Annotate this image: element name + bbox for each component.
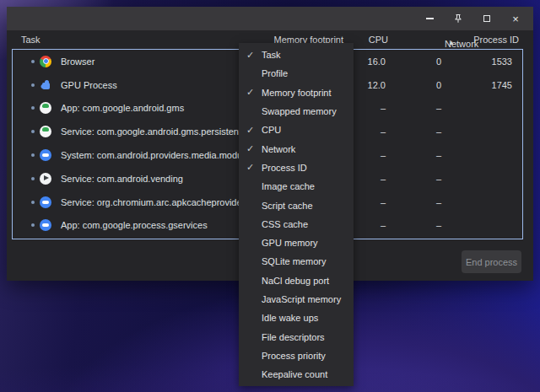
- menu-item-label: Process ID: [262, 163, 307, 173]
- task-label: GPU Process: [61, 80, 117, 90]
- task-label: Service: com.google.android.gms.persiste…: [61, 126, 241, 137]
- task-icon: [40, 173, 51, 185]
- menu-item-label: JavaScript memory: [262, 294, 341, 304]
- menu-item[interactable]: ✓ Task: [239, 46, 354, 64]
- menu-item-label: Profile: [262, 68, 288, 78]
- task-label: Browser: [61, 56, 94, 67]
- network-value: –: [436, 220, 441, 230]
- sort-ascending-icon: ▲: [448, 39, 455, 46]
- menu-item[interactable]: ✓ File descriptors: [239, 327, 354, 346]
- bullet-dot-icon: [31, 106, 35, 110]
- menu-item-label: NaCl debug port: [262, 276, 329, 286]
- menu-item[interactable]: ✓ Image cache: [239, 177, 354, 196]
- task-label: App: com.google.process.gservices: [61, 220, 208, 230]
- task-icon: [40, 219, 51, 231]
- bullet-dot-icon: [31, 223, 35, 227]
- window-titlebar: ×: [7, 7, 533, 30]
- menu-item-label: Idle wake ups: [262, 313, 318, 323]
- menu-item-label: Network: [262, 144, 295, 154]
- cpu-value: 12.0: [368, 80, 386, 90]
- minimize-button[interactable]: [424, 13, 435, 24]
- end-process-button[interactable]: End process: [462, 250, 521, 273]
- menu-item[interactable]: ✓ Process ID: [239, 158, 354, 177]
- bullet-dot-icon: [31, 60, 35, 63]
- minimize-icon: [426, 18, 434, 19]
- cpu-value: –: [381, 126, 386, 137]
- cpu-value: –: [381, 103, 386, 113]
- task-icon: [40, 79, 51, 91]
- menu-item-label: Memory footprint: [262, 88, 332, 98]
- column-header-pid[interactable]: Process ID: [473, 35, 519, 45]
- close-icon: ×: [512, 13, 519, 24]
- pid-value: 1533: [492, 56, 512, 67]
- network-value: 0: [436, 80, 441, 90]
- menu-item-label: Keepalive count: [262, 369, 327, 379]
- menu-item[interactable]: ✓ Idle wake ups: [239, 309, 354, 327]
- menu-item[interactable]: ✓ JavaScript memory: [239, 290, 354, 309]
- menu-item[interactable]: ✓ GPU memory: [239, 234, 354, 252]
- task-label: System: com.android.providers.media.modu…: [61, 150, 250, 160]
- bullet-dot-icon: [31, 153, 35, 157]
- cpu-value: –: [381, 197, 386, 207]
- column-context-menu: ✓ Task ✓ Profile ✓ Memory footprint ✓ Sw…: [239, 43, 354, 386]
- checkmark-icon: ✓: [246, 143, 258, 154]
- task-icon: [40, 56, 51, 67]
- task-label: Service: com.android.vending: [61, 174, 183, 184]
- menu-item[interactable]: ✓ Script cache: [239, 196, 354, 214]
- checkmark-icon: ✓: [246, 162, 258, 173]
- menu-item[interactable]: ✓ Profile: [239, 64, 354, 83]
- menu-item[interactable]: ✓ CSS cache: [239, 215, 354, 234]
- bullet-dot-icon: [31, 201, 35, 204]
- bullet-dot-icon: [31, 177, 35, 180]
- network-value: –: [436, 197, 441, 207]
- checkmark-icon: ✓: [246, 87, 258, 98]
- cpu-value: 16.0: [368, 56, 386, 67]
- menu-item-label: CSS cache: [262, 219, 308, 229]
- menu-item[interactable]: ✓ Swapped memory: [239, 102, 354, 121]
- menu-item-label: Task: [262, 50, 281, 60]
- network-value: 0: [436, 56, 441, 67]
- menu-item[interactable]: ✓ Keepalive count: [239, 365, 354, 384]
- pin-button[interactable]: [452, 13, 464, 24]
- menu-item-label: SQLite memory: [262, 256, 326, 266]
- close-button[interactable]: ×: [510, 13, 521, 24]
- maximize-button[interactable]: [481, 13, 493, 24]
- bullet-dot-icon: [31, 130, 35, 133]
- task-icon: [40, 102, 51, 114]
- cpu-value: –: [381, 220, 386, 230]
- checkmark-icon: ✓: [246, 125, 258, 136]
- menu-item-label: Image cache: [262, 181, 315, 191]
- network-value: –: [436, 126, 441, 137]
- bullet-dot-icon: [31, 83, 35, 87]
- menu-item-label: Script cache: [262, 201, 313, 211]
- menu-item-label: Process priority: [262, 351, 326, 361]
- menu-item[interactable]: ✓ NaCl debug port: [239, 271, 354, 290]
- menu-item[interactable]: ✓ CPU: [239, 121, 354, 139]
- menu-item-label: CPU: [262, 125, 281, 135]
- menu-item[interactable]: ✓ Process priority: [239, 346, 354, 365]
- task-icon: [40, 196, 51, 208]
- menu-item[interactable]: ✓ Memory footprint: [239, 83, 354, 102]
- network-value: –: [436, 103, 441, 113]
- cpu-value: –: [381, 150, 386, 160]
- task-label: App: com.google.android.gms: [61, 103, 184, 113]
- cpu-value: –: [381, 174, 386, 184]
- menu-item-label: File descriptors: [262, 332, 325, 342]
- menu-item[interactable]: ✓ Network: [239, 139, 354, 158]
- column-header-cpu[interactable]: CPU: [369, 35, 388, 45]
- checkmark-icon: ✓: [246, 50, 258, 61]
- menu-item[interactable]: ✓ SQLite memory: [239, 252, 354, 271]
- maximize-icon: [483, 15, 490, 22]
- pid-value: 1745: [492, 80, 512, 90]
- network-value: –: [436, 150, 441, 160]
- column-header-task[interactable]: Task: [21, 35, 40, 45]
- pin-icon: [453, 13, 463, 24]
- task-label: Service: org.chromium.arc.apkcacheprovid…: [61, 197, 245, 207]
- task-icon: [40, 149, 51, 161]
- network-value: –: [436, 174, 441, 184]
- menu-item-label: Swapped memory: [262, 106, 337, 116]
- task-icon: [40, 126, 51, 137]
- menu-item-label: GPU memory: [262, 238, 318, 248]
